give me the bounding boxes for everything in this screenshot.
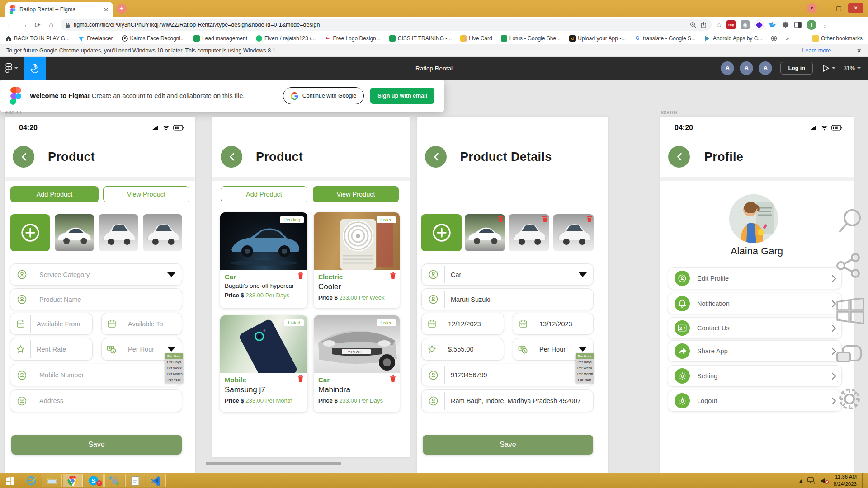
rent-rate-field[interactable]: Rent Rate (10, 338, 93, 361)
gear-decor-icon[interactable] (836, 386, 863, 412)
address-field[interactable]: Ram Bagh, Indore, Madhya Pradesh 452007 (421, 389, 594, 412)
back-button[interactable] (13, 146, 34, 168)
collaborator-avatar[interactable]: A (739, 61, 754, 76)
product-photo-thumbnail[interactable] (99, 214, 138, 251)
new-tab-button[interactable]: + (117, 4, 127, 14)
diamond-extension-icon[interactable] (755, 20, 764, 29)
bookmark-item[interactable]: CISS IT TRAINING -... (389, 35, 452, 42)
delete-photo-icon[interactable] (542, 216, 548, 224)
rent-rate-field[interactable]: $.555.00 (421, 338, 504, 361)
bookmarks-overflow-chevron[interactable]: » (786, 35, 789, 42)
tab-close-icon[interactable]: ✕ (104, 6, 108, 13)
browser-tab[interactable]: Ratlop Rental – Figma ✕ (5, 2, 113, 17)
login-button[interactable]: Log in (780, 62, 813, 75)
notepad-button[interactable] (125, 474, 145, 487)
profile-avatar[interactable] (729, 194, 778, 243)
service-category-field[interactable]: Service Category (10, 263, 182, 286)
collaborator-avatar[interactable]: A (720, 61, 735, 76)
frame-label[interactable]: 808140 (5, 110, 21, 115)
dropdown-option-selected[interactable]: Per Hour (576, 353, 594, 359)
learn-more-link[interactable]: Learn more (802, 47, 831, 54)
clock[interactable]: 11:36 AM 8/24/2023 (834, 474, 857, 488)
product-photo-thumbnail[interactable] (509, 214, 549, 251)
other-bookmarks-button[interactable]: Other bookmarks (812, 35, 863, 42)
bookmark-item[interactable]: Lead management (193, 35, 247, 42)
home-button[interactable]: ⌂ (44, 21, 58, 29)
delete-icon[interactable] (297, 272, 304, 281)
forward-button[interactable]: → (17, 21, 31, 29)
category-field[interactable]: Car (421, 263, 594, 286)
menu-item-share-app[interactable]: Share App (668, 340, 842, 362)
vscode-button[interactable] (146, 474, 166, 487)
dropdown-option-selected[interactable]: Per Hour (165, 353, 183, 359)
mobile-number-field[interactable]: Mobile Number (10, 364, 182, 386)
dropdown-option[interactable]: Per Week (165, 365, 183, 371)
add-product-button[interactable]: Add Product (221, 186, 307, 202)
back-button[interactable]: ← (4, 21, 17, 29)
close-button[interactable]: ✕ (848, 3, 863, 13)
product-photo-thumbnail[interactable] (465, 214, 505, 251)
camera-extension-icon[interactable]: ◉ (741, 20, 750, 29)
dropdown-option[interactable]: Per Month (165, 371, 183, 377)
product-card[interactable]: Listed Mobile Samsung j7 Price $ 233.00 … (220, 315, 307, 412)
menu-item-contact-us[interactable]: Contact Us (668, 317, 842, 339)
mobile-number-field[interactable]: 9123456799 (421, 364, 594, 386)
product-photo-thumbnail[interactable] (553, 214, 594, 251)
zoom-icon[interactable] (690, 22, 697, 28)
zoom-menu[interactable]: 31% (844, 65, 861, 71)
bookmark-item[interactable]: Gtranslate - Google S... (634, 35, 696, 42)
tray-expand-icon[interactable]: ▴ (799, 476, 803, 485)
delete-photo-icon[interactable] (498, 216, 504, 224)
add-photo-tile[interactable] (10, 214, 50, 251)
back-button[interactable] (668, 146, 690, 168)
bookmark-item[interactable]: dmFree Logo Design... (324, 35, 380, 42)
address-field[interactable]: Address (10, 389, 182, 412)
share-icon[interactable] (700, 22, 707, 28)
dropdown-option[interactable]: Per Week (576, 365, 594, 371)
menu-item-logout[interactable]: Logout (668, 390, 842, 412)
bookmark-item[interactable]: Freelancer (78, 35, 113, 42)
figma-canvas[interactable]: 808140 808103 04:20 Product Add Product … (0, 80, 868, 473)
my-extension-icon[interactable]: my (726, 20, 736, 29)
network-tray-icon[interactable] (807, 477, 816, 484)
browser-menu-icon[interactable]: ⋮ (821, 21, 828, 28)
back-button[interactable] (425, 146, 447, 168)
puzzle-extensions-icon[interactable] (782, 21, 789, 29)
save-button[interactable]: Save (423, 435, 593, 455)
bookmark-item[interactable]: Lotus - Google She... (501, 35, 561, 42)
view-product-button[interactable]: View Product (313, 186, 399, 202)
product-card[interactable]: Listed Electric Cooler Price $ 233.00 Pe… (314, 212, 400, 308)
available-to-field[interactable]: 13/12/2023 (513, 313, 594, 335)
bookmark-item[interactable]: BACK TO IN PLAY G... (5, 35, 70, 42)
show-desktop-strip[interactable] (862, 473, 865, 488)
add-photo-tile[interactable] (421, 214, 462, 251)
delete-icon[interactable] (390, 375, 396, 384)
side-panel-icon[interactable] (794, 21, 802, 28)
horizontal-scrollbar[interactable] (206, 462, 341, 465)
window-menu-icon[interactable]: ▾ (807, 3, 817, 13)
bookmark-item[interactable]: Kairos Face Recogni... (122, 35, 185, 42)
volume-muted-icon[interactable] (820, 477, 829, 484)
product-name-field[interactable]: Maruti Suzuki (421, 288, 594, 310)
maximize-button[interactable]: ▢ (836, 5, 842, 12)
bookmark-item[interactable]: Live Card (460, 35, 492, 42)
save-button[interactable]: Save (11, 435, 182, 455)
delete-icon[interactable] (390, 272, 396, 281)
bookmark-item[interactable]: dUpload your App -... (569, 35, 626, 42)
dropdown-option[interactable]: Per Days (165, 359, 183, 365)
internet-explorer-button[interactable] (21, 474, 41, 487)
bird-extension-icon[interactable] (769, 21, 777, 29)
product-card[interactable]: Pending Car Bugatti's one-off hypercar P… (220, 212, 307, 308)
continue-google-button[interactable]: Continue with Google (283, 87, 364, 104)
windows-grid-decor-icon[interactable] (836, 298, 864, 324)
skype-button[interactable]: S 2 (84, 474, 104, 487)
collaborator-avatar[interactable]: A (758, 61, 773, 76)
rate-unit-dropdown[interactable]: Per Hour Per Days Per Week Per Month Per… (165, 353, 183, 383)
dismiss-notice-icon[interactable]: ✕ (856, 47, 862, 54)
chrome-taskbar-button[interactable] (63, 474, 83, 487)
delete-icon[interactable] (297, 375, 304, 384)
dropdown-option[interactable]: Per Month (576, 371, 594, 377)
available-from-field[interactable]: 12/12/2023 (421, 313, 504, 335)
present-button[interactable] (823, 65, 835, 72)
address-bar[interactable]: figma.com/file/eP0iy3hCPhUYrkqj7wlwZZ/Ra… (61, 19, 712, 31)
